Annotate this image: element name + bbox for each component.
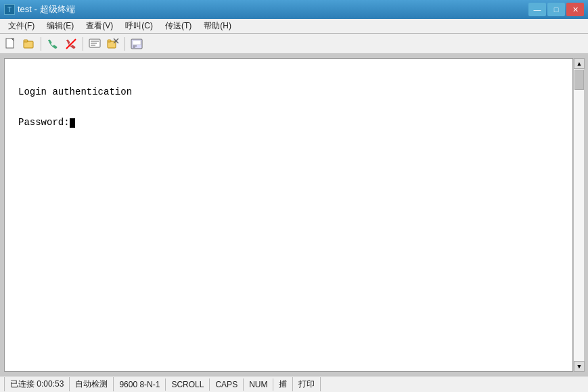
status-connected: 已连接 0:00:53: [4, 377, 70, 391]
close-button[interactable]: ✕: [566, 3, 584, 16]
toolbar: [0, 34, 588, 54]
app-icon: T: [4, 4, 15, 15]
transfer-icon: [107, 38, 119, 50]
menu-edit[interactable]: 编辑(E): [41, 19, 79, 33]
scroll-thumb[interactable]: [574, 70, 584, 90]
window-title: test - 超级终端: [18, 3, 75, 16]
scroll-track: [574, 69, 584, 361]
new-button[interactable]: [3, 36, 19, 52]
transfer-button[interactable]: [105, 36, 121, 52]
toolbar-separator-1: [41, 37, 41, 51]
toolbar-separator-2: [83, 37, 83, 51]
status-num: NUM: [244, 378, 273, 391]
terminal-cursor: [70, 118, 75, 128]
terminal-line-3: Password:: [18, 117, 75, 128]
settings-icon: [89, 38, 101, 50]
properties-icon: [131, 38, 143, 50]
maximize-button[interactable]: □: [547, 3, 565, 16]
status-capture: 捕: [273, 377, 293, 391]
hangup-button[interactable]: [63, 36, 79, 52]
menu-call[interactable]: 呼叫(C): [120, 19, 158, 33]
status-autodetect: 自动检测: [70, 377, 114, 391]
menu-file[interactable]: 文件(F): [3, 19, 40, 33]
title-controls: — □ ✕: [528, 3, 584, 16]
svg-rect-3: [24, 40, 28, 42]
status-baudrate: 9600 8-N-1: [114, 378, 166, 391]
terminal-content: Login authentication Password:: [5, 59, 572, 156]
settings-button[interactable]: [87, 36, 103, 52]
status-caps: CAPS: [210, 378, 244, 391]
status-scroll: SCROLL: [166, 378, 210, 391]
status-bar: 已连接 0:00:53 自动检测 9600 8-N-1 SCROLL CAPS …: [0, 376, 588, 392]
svg-rect-14: [133, 41, 141, 45]
toolbar-separator-3: [125, 37, 125, 51]
main-area: Login authentication Password: ▲ ▼: [0, 54, 588, 376]
status-print: 打印: [293, 377, 321, 391]
dial-icon: [47, 38, 59, 50]
scroll-up-button[interactable]: ▲: [574, 58, 585, 69]
new-icon: [5, 38, 17, 50]
scrollbar[interactable]: ▲ ▼: [573, 58, 584, 372]
minimize-button[interactable]: —: [528, 3, 546, 16]
properties-button[interactable]: [129, 36, 145, 52]
title-bar: T test - 超级终端 — □ ✕: [0, 0, 588, 19]
scroll-down-button[interactable]: ▼: [574, 361, 585, 372]
terminal-container[interactable]: Login authentication Password:: [4, 58, 573, 372]
svg-rect-10: [108, 40, 111, 42]
dial-button[interactable]: [45, 36, 61, 52]
menu-bar: 文件(F) 编辑(E) 查看(V) 呼叫(C) 传送(T) 帮助(H): [0, 19, 588, 34]
menu-help[interactable]: 帮助(H): [198, 19, 237, 33]
menu-view[interactable]: 查看(V): [81, 19, 118, 33]
app-icon-text: T: [7, 6, 12, 14]
terminal-line-1: Login authentication: [18, 87, 132, 97]
menu-transfer[interactable]: 传送(T): [160, 19, 197, 33]
svg-rect-0: [6, 39, 14, 48]
title-bar-left: T test - 超级终端: [4, 3, 75, 16]
open-icon: [23, 38, 35, 50]
hangup-icon: [65, 38, 77, 50]
open-button[interactable]: [21, 36, 37, 52]
